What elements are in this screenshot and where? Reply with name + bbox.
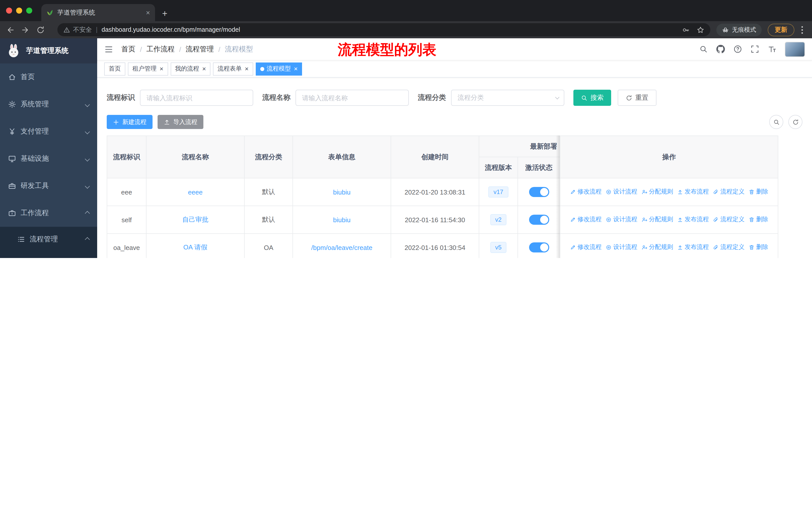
action-publish-link[interactable]: 发布流程	[677, 215, 709, 224]
close-tag-icon[interactable]: ×	[202, 65, 206, 72]
version-badge[interactable]: v17	[489, 186, 509, 198]
cell-actions: 修改流程设计流程分配规则发布流程流程定义删除	[560, 178, 778, 206]
process-name-link[interactable]: OA 请假	[183, 243, 207, 251]
font-size-icon[interactable]	[768, 45, 776, 53]
tag-process-form[interactable]: 流程表单×	[213, 62, 253, 75]
action-publish-link[interactable]: 发布流程	[677, 188, 709, 196]
breadcrumb-item[interactable]: 流程管理	[186, 45, 214, 54]
infra-icon	[8, 155, 16, 163]
update-button[interactable]: 更新	[768, 23, 794, 36]
refresh-table-button[interactable]	[788, 115, 803, 129]
fullscreen-icon[interactable]	[751, 45, 759, 53]
reset-button[interactable]: 重置	[618, 90, 657, 106]
action-delete-link[interactable]: 删除	[749, 215, 768, 224]
version-badge[interactable]: v5	[490, 242, 506, 253]
close-tag-icon[interactable]: ×	[294, 65, 298, 72]
action-design-link[interactable]: 设计流程	[606, 243, 637, 252]
forward-icon[interactable]	[21, 25, 30, 34]
search-icon[interactable]	[699, 45, 708, 53]
user-avatar[interactable]	[785, 42, 805, 57]
action-definition-link[interactable]: 流程定义	[713, 215, 745, 224]
browser-menu-icon[interactable]	[802, 29, 803, 30]
sidebar-item-process-manage[interactable]: 流程管理	[0, 227, 97, 252]
tag-tenant[interactable]: 租户管理×	[128, 62, 168, 75]
assign-icon	[641, 217, 647, 223]
toggle-search-button[interactable]	[769, 115, 783, 129]
screen: 芋道管理系统 × + 不安全 | dashboard.yudao.iocoder…	[0, 0, 812, 258]
sidebar-item-system[interactable]: 系统管理	[0, 91, 97, 118]
action-edit-link[interactable]: 修改流程	[570, 215, 602, 224]
definition-icon	[713, 244, 719, 250]
process-name-link[interactable]: 自己审批	[182, 216, 208, 223]
table-body: eeeeeee默认biubiu2022-01-20 13:08:31v17修改流…	[107, 178, 778, 258]
sidebar-item-payment[interactable]: 支付管理	[0, 118, 97, 145]
action-publish-link[interactable]: 发布流程	[677, 243, 709, 252]
tag-process-model[interactable]: 流程模型×	[256, 62, 302, 75]
import-process-button[interactable]: 导入流程	[157, 115, 203, 129]
search-icon	[773, 119, 780, 125]
sidebar-item-process-form[interactable]: 流程表单	[0, 252, 97, 258]
reload-icon[interactable]	[36, 25, 45, 34]
action-assign-link[interactable]: 分配规则	[641, 188, 673, 196]
action-design-link[interactable]: 设计流程	[606, 188, 637, 196]
new-tab-button[interactable]: +	[162, 9, 167, 18]
browser-toolbar: 不安全 | dashboard.yudao.iocoder.cn/bpm/man…	[0, 21, 812, 38]
tag-my-process[interactable]: 我的流程×	[170, 62, 210, 75]
process-name-input[interactable]	[295, 90, 409, 106]
close-tag-icon[interactable]: ×	[160, 65, 163, 72]
collapse-sidebar-icon[interactable]	[104, 45, 113, 54]
minimize-window-button[interactable]	[16, 7, 22, 13]
close-tag-icon[interactable]: ×	[245, 65, 249, 72]
create-process-button[interactable]: 新建流程	[107, 115, 152, 129]
sidebar-item-home[interactable]: 首页	[0, 63, 97, 91]
active-toggle[interactable]	[529, 187, 549, 197]
tag-home[interactable]: 首页	[104, 62, 125, 75]
search-button[interactable]: 搜索	[573, 90, 611, 106]
cell-version: v17	[479, 178, 518, 206]
action-delete-link[interactable]: 删除	[749, 243, 768, 252]
chevron-down-icon	[85, 156, 90, 161]
sidebar-item-infra[interactable]: 基础设施	[0, 145, 97, 172]
address-bar[interactable]: 不安全 | dashboard.yudao.iocoder.cn/bpm/man…	[57, 23, 710, 36]
breadcrumb-item[interactable]: 首页	[121, 45, 136, 54]
action-definition-link[interactable]: 流程定义	[713, 243, 745, 252]
active-toggle[interactable]	[529, 215, 549, 225]
delete-icon	[749, 244, 755, 250]
breadcrumb-item[interactable]: 工作流程	[146, 45, 175, 54]
browser-tab[interactable]: 芋道管理系统 ×	[41, 4, 155, 21]
action-delete-link[interactable]: 删除	[749, 188, 768, 196]
active-toggle[interactable]	[529, 242, 549, 252]
process-name-link[interactable]: eeee	[188, 188, 203, 196]
sidebar-item-workflow[interactable]: 工作流程	[0, 199, 97, 227]
tag-label: 流程表单	[218, 64, 242, 73]
action-assign-link[interactable]: 分配规则	[641, 243, 673, 252]
category-select[interactable]: 流程分类	[451, 90, 564, 106]
form-link[interactable]: biubiu	[333, 216, 350, 223]
form-link[interactable]: /bpm/oa/leave/create	[311, 244, 373, 251]
action-assign-link[interactable]: 分配规则	[641, 215, 673, 224]
breadcrumb-separator: /	[219, 45, 221, 53]
cell-form-info: biubiu	[293, 206, 391, 234]
back-icon[interactable]	[6, 25, 14, 34]
security-label: 不安全	[73, 25, 92, 34]
logo-title: 芋道管理系统	[26, 46, 68, 55]
assign-icon	[641, 244, 647, 250]
close-window-button[interactable]	[6, 7, 12, 13]
help-icon[interactable]	[733, 45, 742, 53]
bookmark-star-icon[interactable]	[697, 26, 704, 33]
action-design-link[interactable]: 设计流程	[606, 215, 637, 224]
process-id-input[interactable]	[140, 90, 253, 106]
maximize-window-button[interactable]	[26, 7, 32, 13]
tags-view: 首页租户管理×我的流程×流程表单×流程模型×	[97, 60, 812, 78]
form-link[interactable]: biubiu	[333, 188, 350, 196]
tab-close-icon[interactable]: ×	[146, 8, 150, 17]
sidebar-item-tools[interactable]: 研发工具	[0, 172, 97, 199]
action-definition-link[interactable]: 流程定义	[713, 188, 745, 196]
action-edit-link[interactable]: 修改流程	[570, 243, 602, 252]
action-edit-link[interactable]: 修改流程	[570, 188, 602, 196]
flow-manage-icon	[17, 235, 25, 243]
col-form-info: 表单信息	[293, 136, 391, 178]
github-icon[interactable]	[716, 45, 725, 53]
password-key-icon[interactable]	[682, 26, 690, 33]
version-badge[interactable]: v2	[490, 214, 506, 225]
